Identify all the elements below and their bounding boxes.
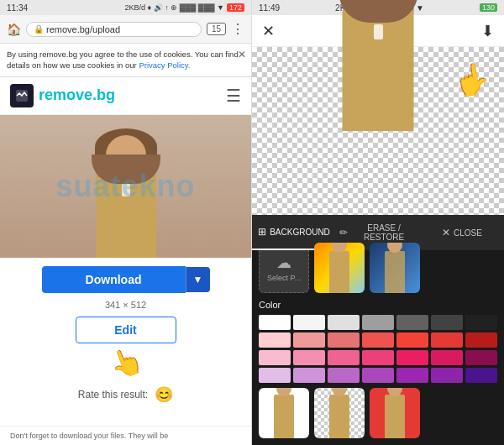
- color-swatch-424242[interactable]: [431, 315, 463, 330]
- color-swatch-f5f5f5[interactable]: [293, 315, 325, 330]
- result-head-group: [354, 0, 402, 11]
- color-swatch-ec407a[interactable]: [362, 350, 394, 365]
- logo-svg: [14, 88, 29, 103]
- photo-upload-button[interactable]: ☁ Select P...: [259, 243, 309, 293]
- upload-cloud-icon: ☁: [276, 254, 291, 272]
- color-swatch-4a148c[interactable]: [465, 368, 497, 383]
- result-badge: [374, 24, 383, 39]
- home-icon[interactable]: 🏠: [7, 23, 21, 36]
- cookie-banner: By using remove.bg you agree to the use …: [0, 44, 251, 77]
- color-thumb-checker-person-body: [329, 395, 349, 438]
- color-swatch-ba68c8[interactable]: [328, 368, 360, 383]
- color-thumb-red-person-body: [385, 395, 405, 438]
- tab-count[interactable]: 15: [207, 23, 226, 35]
- privacy-link[interactable]: Privacy Policy.: [139, 60, 190, 70]
- color-swatch-ab47bc[interactable]: [362, 368, 394, 383]
- rate-row: Rate this result: 😊: [78, 385, 173, 404]
- preview-background: suatekno: [0, 115, 251, 258]
- actions-area: Download ▼ 341 × 512 Edit 👆 Rate this re…: [0, 258, 251, 412]
- color-swatch-f06292[interactable]: [328, 350, 360, 365]
- right-hand-icon: 👆: [450, 59, 494, 100]
- right-battery: 130: [480, 3, 497, 12]
- color-swatch-e0e0e0[interactable]: [328, 315, 360, 330]
- color-thumb-white[interactable]: [259, 388, 309, 438]
- color-grid: [259, 315, 497, 383]
- color-swatch-ffcdd2[interactable]: [259, 332, 291, 348]
- result-head-area: [332, 0, 424, 11]
- result-body-shape: [343, 9, 414, 131]
- cookie-text: By using remove.bg you agree to the use …: [7, 50, 239, 70]
- color-swatch-f44336[interactable]: [396, 332, 428, 348]
- color-swatch-9e9e9e[interactable]: [362, 315, 394, 330]
- left-panel: 11:34 2KB/d ♦ 🔊 ↑ ⊕ ▓▓▓ ▓▓▓ ▼ 172 🏠 🔒 re…: [0, 0, 252, 445]
- browser-bar: 🏠 🔒 remove.bg/upload 15 ⋮: [0, 15, 251, 44]
- color-swatch-e57373[interactable]: [328, 332, 360, 348]
- logo-icon: [10, 84, 34, 107]
- rate-label: Rate this result:: [78, 389, 148, 400]
- url-bar[interactable]: 🔒 remove.bg/upload: [26, 22, 202, 37]
- color-swatch-ef9a9a[interactable]: [293, 332, 325, 348]
- right-hand-pointer: 👆: [453, 62, 491, 97]
- thumb-person-body: [329, 251, 349, 293]
- more-options-icon[interactable]: ⋮: [231, 21, 244, 37]
- color-swatch-e1bee7[interactable]: [259, 368, 291, 383]
- bottom-text: Don't forget to download your files. The…: [0, 426, 251, 445]
- head-group: [105, 135, 147, 175]
- lock-icon: 🔒: [34, 24, 44, 34]
- edit-button[interactable]: Edit: [76, 317, 176, 343]
- color-section: Color: [252, 300, 504, 445]
- close-button[interactable]: ✕: [262, 22, 275, 40]
- hamburger-menu-icon[interactable]: ☰: [226, 86, 241, 106]
- close-tab-label: CLOSE: [454, 228, 482, 238]
- logo-bar: remove.bg ☰: [0, 77, 251, 115]
- color-swatch-9c27b0[interactable]: [396, 368, 428, 383]
- color-swatch-212121[interactable]: [465, 315, 497, 330]
- badge: [122, 184, 130, 196]
- photo-thumb-blue[interactable]: [370, 243, 420, 293]
- color-swatch-f8bbd0[interactable]: [259, 350, 291, 365]
- color-swatch-8e24aa[interactable]: [431, 368, 463, 383]
- left-status-bar: 11:34 2KB/d ♦ 🔊 ↑ ⊕ ▓▓▓ ▓▓▓ ▼ 172: [0, 0, 251, 15]
- preview-figure-container: suatekno: [0, 115, 251, 258]
- download-dropdown-arrow[interactable]: ▼: [186, 267, 210, 292]
- head-container: [92, 135, 160, 175]
- color-swatch-d81b60[interactable]: [431, 350, 463, 365]
- logo-text: remove.bg: [39, 86, 115, 104]
- body-shape: [96, 174, 156, 258]
- background-tab-icon: ⊞: [258, 226, 266, 238]
- tab-close[interactable]: ✕ CLOSE: [420, 215, 504, 250]
- upload-label: Select P...: [267, 274, 301, 282]
- color-swatch-e53935[interactable]: [431, 332, 463, 348]
- right-panel: 11:49 2KB/d ♦ 🔊 ↑ ⊕ ▓▓▓ ▼ 130 ✕ ↺ ↻ ⬇: [252, 0, 504, 445]
- result-image: 👆: [252, 47, 504, 215]
- download-button[interactable]: Download: [42, 266, 186, 293]
- color-swatch-880e4f[interactable]: [465, 350, 497, 365]
- erase-tab-icon: ✏: [339, 227, 348, 238]
- color-swatch-ffffff[interactable]: [259, 315, 291, 330]
- color-swatch-616161[interactable]: [396, 315, 428, 330]
- image-preview: suatekno: [0, 115, 251, 258]
- figure-body-container: [96, 174, 156, 258]
- url-text: remove.bg/upload: [46, 24, 120, 34]
- hand-pointer-icon: 👆: [104, 342, 147, 383]
- color-thumbs: [259, 388, 497, 438]
- download-row: Download ▼: [42, 266, 210, 293]
- color-swatch-e91e63[interactable]: [396, 350, 428, 365]
- rate-emoji[interactable]: 😊: [155, 385, 173, 404]
- photo-thumb-sky[interactable]: [314, 243, 365, 293]
- color-thumb-red[interactable]: [370, 388, 420, 438]
- background-tab-label: BACKGROUND: [270, 228, 330, 237]
- color-swatch-f48fb1[interactable]: [293, 350, 325, 365]
- photo-grid: ☁ Select P...: [259, 243, 497, 293]
- color-thumb-transparent[interactable]: [314, 388, 365, 438]
- erase-tab-label: ERASE / RESTORE: [351, 223, 417, 242]
- cookie-close-icon[interactable]: ✕: [238, 48, 246, 62]
- color-swatch-ce93d8[interactable]: [293, 368, 325, 383]
- battery-badge: 172: [227, 3, 244, 12]
- color-swatch-b71c1c[interactable]: [465, 332, 497, 348]
- color-section-label: Color: [259, 300, 497, 310]
- download-icon[interactable]: ⬇: [481, 22, 494, 40]
- color-swatch-ef5350[interactable]: [362, 332, 394, 348]
- color-thumb-person-body: [274, 395, 294, 438]
- close-tab-icon: ✕: [442, 227, 450, 238]
